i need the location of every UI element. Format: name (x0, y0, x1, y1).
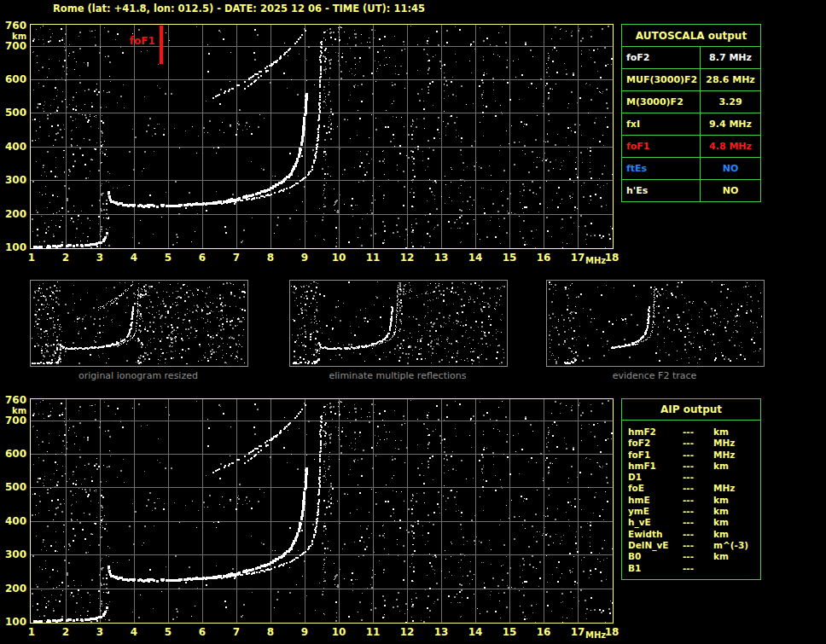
x-tick-label: 14 (464, 252, 486, 263)
aip-row-b1: B1--- (628, 563, 760, 574)
y-tick-label: 760 (0, 20, 26, 31)
parameter-label-m3000f2: M(3000)F2 (622, 91, 701, 113)
x-tick-label: 7 (225, 627, 247, 637)
parameter-label-ftes: ftEs (622, 158, 701, 180)
x-tick-label: 6 (191, 627, 213, 637)
thumbnail-f2-trace (546, 280, 765, 367)
y-axis-unit-label: km (12, 32, 26, 41)
parameter-value-fxi: 9.4 MHz (701, 113, 761, 136)
y-tick-label: 500 (0, 107, 26, 118)
x-tick-label: 15 (498, 627, 521, 637)
parameter-value-muf3000f2: 28.6 MHz (701, 69, 761, 91)
aip-value: --- (683, 540, 713, 551)
aip-unit: km (713, 517, 760, 528)
aip-row-delnve: DelN_vE---m^(-3) (628, 540, 760, 551)
aip-unit: km (713, 506, 760, 517)
y-axis-unit-label: km (12, 407, 26, 415)
x-tick-label: 16 (532, 252, 555, 263)
y-tick-label: 100 (0, 617, 26, 627)
x-tick-label: 13 (430, 252, 452, 263)
top-ionogram-canvas (30, 24, 614, 249)
aip-value: --- (683, 506, 713, 517)
aip-row-yme: ymE---km (628, 506, 760, 517)
y-tick-label: 200 (0, 209, 26, 219)
aip-unit: km (713, 461, 760, 472)
x-tick-label: 8 (259, 627, 282, 637)
y-tick-label: 200 (0, 583, 26, 594)
autoscala-output-table: AUTOSCALA output foF2 8.7 MHz MUF(3000)F… (621, 24, 761, 202)
thumbnail-caption-original: original ionogram resized (29, 370, 247, 381)
aip-name: B0 (628, 551, 683, 562)
aip-value: --- (683, 450, 713, 461)
aip-name: hmF1 (628, 461, 683, 472)
aip-value: --- (683, 483, 713, 494)
x-axis-unit-label: MHz (585, 257, 606, 265)
x-tick-label: 12 (396, 252, 418, 263)
aip-value: --- (683, 551, 713, 562)
y-tick-label: 100 (0, 242, 26, 252)
y-tick-label: 500 (0, 482, 26, 492)
aip-name: hmF2 (628, 426, 683, 438)
parameter-value-hes: NO (701, 180, 761, 202)
aip-unit: MHz (713, 450, 760, 461)
aip-name: Ewidth (628, 529, 683, 540)
aip-name: hmE (628, 495, 683, 506)
aip-row-hmf1: hmF1---km (628, 461, 760, 472)
aip-row-hme: hmE---km (628, 495, 760, 506)
table-row: fxI 9.4 MHz (622, 113, 761, 136)
y-tick-label: 400 (0, 516, 26, 526)
x-tick-label: 7 (225, 252, 247, 263)
aip-value: --- (683, 426, 713, 438)
x-tick-label: 9 (294, 252, 316, 263)
thumbnail-canvas-f2 (547, 281, 762, 364)
aip-value: --- (683, 438, 713, 449)
aip-output-table: AIP output hmF2---km foF2---MHz foF1---M… (621, 398, 761, 580)
x-tick-label: 11 (362, 252, 384, 263)
aip-unit: m^(-3) (713, 540, 760, 551)
y-tick-label: 760 (0, 395, 26, 405)
table-row: M(3000)F2 3.29 (622, 91, 761, 113)
parameter-value-fof2: 8.7 MHz (701, 47, 761, 69)
x-tick-label: 5 (157, 252, 179, 263)
parameter-label-fof2: foF2 (622, 47, 701, 69)
bottom-ionogram-canvas (30, 398, 614, 624)
x-tick-label: 9 (294, 627, 316, 637)
x-tick-label: 15 (498, 252, 521, 263)
autoscala-table-title: AUTOSCALA output (622, 25, 761, 47)
y-tick-label: 700 (0, 41, 26, 51)
x-tick-label: 2 (55, 252, 77, 263)
parameter-label-hes: h'Es (622, 180, 701, 202)
parameter-label-fof1: foF1 (622, 136, 701, 158)
aip-unit: km (713, 529, 760, 540)
aip-name: foF2 (628, 438, 683, 449)
y-tick-label: 300 (0, 175, 26, 185)
aip-row-hve: h_vE---km (628, 517, 760, 528)
thumbnail-eliminate-reflections (289, 280, 508, 367)
station-title: Rome (lat: +41.8, lon: 012.5) - DATE: 20… (53, 3, 425, 15)
x-tick-label: 14 (464, 627, 486, 637)
y-tick-label: 600 (0, 74, 26, 84)
aip-unit (713, 472, 760, 483)
x-tick-label: 3 (89, 627, 111, 637)
aip-row-b0: B0---km (628, 551, 760, 562)
aip-name: foE (628, 483, 683, 494)
aip-unit: MHz (713, 438, 760, 449)
table-row: foF1 4.8 MHz (622, 136, 761, 158)
autoscala-app-window: Rome (lat: +41.8, lon: 012.5) - DATE: 20… (0, 0, 826, 644)
x-tick-label: 1 (20, 252, 43, 263)
table-row: ftEs NO (622, 158, 761, 180)
thumbnail-original-ionogram (30, 280, 248, 367)
aip-row-fof2: foF2---MHz (628, 438, 760, 449)
aip-unit: km (713, 551, 760, 562)
aip-row-hmf2: hmF2---km (628, 426, 760, 438)
aip-name: h_vE (628, 517, 683, 528)
thumbnail-canvas-eliminate (290, 281, 505, 364)
aip-value: --- (683, 563, 713, 574)
aip-name: foF1 (628, 450, 683, 461)
aip-value: --- (683, 461, 713, 472)
table-header-row: AUTOSCALA output (622, 25, 761, 47)
x-tick-label: 11 (362, 627, 384, 637)
x-tick-label: 1 (20, 627, 43, 637)
aip-name: B1 (628, 563, 683, 574)
thumbnail-canvas-original (31, 281, 246, 364)
